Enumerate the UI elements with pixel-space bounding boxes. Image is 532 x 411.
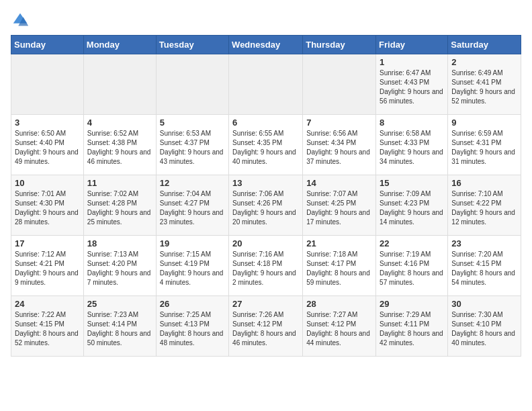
day-info: Sunrise: 7:23 AM Sunset: 4:14 PM Dayligh… — [87, 310, 152, 348]
calendar-cell: 24Sunrise: 7:22 AM Sunset: 4:15 PM Dayli… — [11, 296, 84, 357]
calendar-cell: 9Sunrise: 6:59 AM Sunset: 4:31 PM Daylig… — [448, 115, 521, 175]
day-info: Sunrise: 7:30 AM Sunset: 4:10 PM Dayligh… — [451, 310, 517, 348]
day-number: 16 — [451, 178, 517, 188]
day-number: 14 — [306, 178, 372, 188]
calendar-cell: 28Sunrise: 7:27 AM Sunset: 4:12 PM Dayli… — [303, 296, 376, 357]
day-number: 13 — [232, 178, 299, 188]
calendar-cell — [229, 54, 303, 115]
day-number: 6 — [232, 118, 299, 128]
weekday-header-tuesday: Tuesday — [156, 36, 228, 54]
calendar-week-4: 17Sunrise: 7:12 AM Sunset: 4:21 PM Dayli… — [11, 236, 521, 296]
day-number: 7 — [306, 118, 372, 128]
calendar-cell: 17Sunrise: 7:12 AM Sunset: 4:21 PM Dayli… — [11, 236, 84, 296]
calendar-cell — [156, 54, 228, 115]
calendar-cell: 23Sunrise: 7:20 AM Sunset: 4:15 PM Dayli… — [448, 236, 521, 296]
day-number: 9 — [451, 118, 517, 128]
day-info: Sunrise: 7:02 AM Sunset: 4:28 PM Dayligh… — [87, 189, 152, 227]
calendar-cell: 15Sunrise: 7:09 AM Sunset: 4:23 PM Dayli… — [376, 175, 448, 236]
day-number: 22 — [380, 238, 444, 248]
calendar-cell: 26Sunrise: 7:25 AM Sunset: 4:13 PM Dayli… — [156, 296, 228, 357]
calendar-cell — [303, 54, 376, 115]
day-number: 20 — [232, 238, 299, 248]
day-number: 11 — [87, 178, 152, 188]
calendar-cell: 29Sunrise: 7:29 AM Sunset: 4:11 PM Dayli… — [376, 296, 448, 357]
day-info: Sunrise: 7:18 AM Sunset: 4:17 PM Dayligh… — [306, 250, 372, 287]
weekday-header-saturday: Saturday — [448, 36, 521, 54]
day-info: Sunrise: 6:53 AM Sunset: 4:37 PM Dayligh… — [160, 129, 225, 167]
calendar-week-3: 10Sunrise: 7:01 AM Sunset: 4:30 PM Dayli… — [11, 175, 521, 236]
calendar-cell: 4Sunrise: 6:52 AM Sunset: 4:38 PM Daylig… — [83, 115, 156, 175]
weekday-header-wednesday: Wednesday — [229, 36, 303, 54]
calendar-cell: 25Sunrise: 7:23 AM Sunset: 4:14 PM Dayli… — [83, 296, 156, 357]
day-info: Sunrise: 6:56 AM Sunset: 4:34 PM Dayligh… — [306, 129, 372, 167]
calendar-cell: 8Sunrise: 6:58 AM Sunset: 4:33 PM Daylig… — [376, 115, 448, 175]
day-info: Sunrise: 7:15 AM Sunset: 4:19 PM Dayligh… — [160, 250, 225, 287]
day-info: Sunrise: 6:49 AM Sunset: 4:41 PM Dayligh… — [451, 68, 517, 106]
calendar-cell — [83, 54, 156, 115]
day-info: Sunrise: 7:12 AM Sunset: 4:21 PM Dayligh… — [15, 250, 80, 287]
day-number: 30 — [451, 299, 517, 309]
weekday-header-row: SundayMondayTuesdayWednesdayThursdayFrid… — [11, 36, 521, 54]
logo — [11, 11, 32, 30]
day-info: Sunrise: 7:19 AM Sunset: 4:16 PM Dayligh… — [380, 250, 444, 287]
day-number: 1 — [380, 57, 444, 67]
day-number: 17 — [15, 238, 80, 248]
day-info: Sunrise: 6:58 AM Sunset: 4:33 PM Dayligh… — [380, 129, 444, 167]
day-info: Sunrise: 7:07 AM Sunset: 4:25 PM Dayligh… — [306, 189, 372, 227]
calendar-week-1: 1Sunrise: 6:47 AM Sunset: 4:43 PM Daylig… — [11, 54, 521, 115]
day-info: Sunrise: 7:13 AM Sunset: 4:20 PM Dayligh… — [87, 250, 152, 287]
day-number: 2 — [451, 57, 517, 67]
day-info: Sunrise: 7:10 AM Sunset: 4:22 PM Dayligh… — [451, 189, 517, 227]
calendar-cell: 22Sunrise: 7:19 AM Sunset: 4:16 PM Dayli… — [376, 236, 448, 296]
day-info: Sunrise: 6:52 AM Sunset: 4:38 PM Dayligh… — [87, 129, 152, 167]
page-header — [11, 11, 521, 30]
day-info: Sunrise: 6:50 AM Sunset: 4:40 PM Dayligh… — [15, 129, 80, 167]
day-number: 24 — [15, 299, 80, 309]
calendar-table: SundayMondayTuesdayWednesdayThursdayFrid… — [11, 35, 521, 357]
day-info: Sunrise: 7:29 AM Sunset: 4:11 PM Dayligh… — [380, 310, 444, 348]
day-info: Sunrise: 6:59 AM Sunset: 4:31 PM Dayligh… — [451, 129, 517, 167]
day-number: 5 — [160, 118, 225, 128]
day-info: Sunrise: 7:04 AM Sunset: 4:27 PM Dayligh… — [160, 189, 225, 227]
day-number: 3 — [15, 118, 80, 128]
day-number: 12 — [160, 178, 225, 188]
calendar-cell: 27Sunrise: 7:26 AM Sunset: 4:12 PM Dayli… — [229, 296, 303, 357]
day-number: 27 — [232, 299, 299, 309]
day-info: Sunrise: 7:01 AM Sunset: 4:30 PM Dayligh… — [15, 189, 80, 227]
weekday-header-thursday: Thursday — [303, 36, 376, 54]
day-info: Sunrise: 7:22 AM Sunset: 4:15 PM Dayligh… — [15, 310, 80, 348]
day-number: 23 — [451, 238, 517, 248]
calendar-cell: 12Sunrise: 7:04 AM Sunset: 4:27 PM Dayli… — [156, 175, 228, 236]
day-info: Sunrise: 6:55 AM Sunset: 4:35 PM Dayligh… — [232, 129, 299, 167]
day-number: 8 — [380, 118, 444, 128]
calendar-cell: 11Sunrise: 7:02 AM Sunset: 4:28 PM Dayli… — [83, 175, 156, 236]
calendar-week-5: 24Sunrise: 7:22 AM Sunset: 4:15 PM Dayli… — [11, 296, 521, 357]
logo-icon — [11, 11, 30, 30]
weekday-header-friday: Friday — [376, 36, 448, 54]
day-number: 21 — [306, 238, 372, 248]
calendar-cell — [11, 54, 84, 115]
calendar-cell: 30Sunrise: 7:30 AM Sunset: 4:10 PM Dayli… — [448, 296, 521, 357]
day-number: 18 — [87, 238, 152, 248]
day-number: 19 — [160, 238, 225, 248]
calendar-cell: 18Sunrise: 7:13 AM Sunset: 4:20 PM Dayli… — [83, 236, 156, 296]
day-info: Sunrise: 7:26 AM Sunset: 4:12 PM Dayligh… — [232, 310, 299, 348]
calendar-cell: 20Sunrise: 7:16 AM Sunset: 4:18 PM Dayli… — [229, 236, 303, 296]
day-number: 25 — [87, 299, 152, 309]
calendar-cell: 21Sunrise: 7:18 AM Sunset: 4:17 PM Dayli… — [303, 236, 376, 296]
day-number: 28 — [306, 299, 372, 309]
day-number: 29 — [380, 299, 444, 309]
day-info: Sunrise: 6:47 AM Sunset: 4:43 PM Dayligh… — [380, 68, 444, 106]
day-info: Sunrise: 7:09 AM Sunset: 4:23 PM Dayligh… — [380, 189, 444, 227]
calendar-cell: 13Sunrise: 7:06 AM Sunset: 4:26 PM Dayli… — [229, 175, 303, 236]
calendar-week-2: 3Sunrise: 6:50 AM Sunset: 4:40 PM Daylig… — [11, 115, 521, 175]
day-info: Sunrise: 7:06 AM Sunset: 4:26 PM Dayligh… — [232, 189, 299, 227]
day-info: Sunrise: 7:25 AM Sunset: 4:13 PM Dayligh… — [160, 310, 225, 348]
calendar-cell: 19Sunrise: 7:15 AM Sunset: 4:19 PM Dayli… — [156, 236, 228, 296]
calendar-cell: 16Sunrise: 7:10 AM Sunset: 4:22 PM Dayli… — [448, 175, 521, 236]
calendar-cell: 6Sunrise: 6:55 AM Sunset: 4:35 PM Daylig… — [229, 115, 303, 175]
day-info: Sunrise: 7:16 AM Sunset: 4:18 PM Dayligh… — [232, 250, 299, 287]
calendar-cell: 5Sunrise: 6:53 AM Sunset: 4:37 PM Daylig… — [156, 115, 228, 175]
weekday-header-monday: Monday — [83, 36, 156, 54]
calendar-cell: 3Sunrise: 6:50 AM Sunset: 4:40 PM Daylig… — [11, 115, 84, 175]
